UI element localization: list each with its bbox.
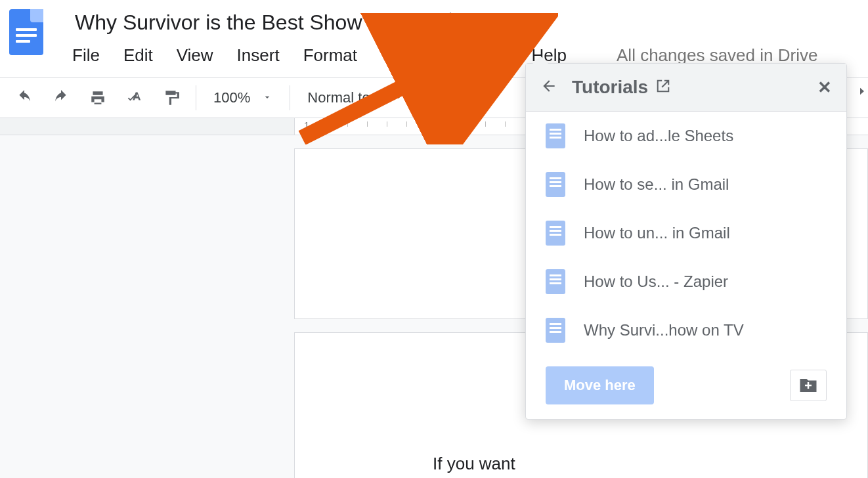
- list-item-label: How to Us... - Zapier: [584, 272, 728, 291]
- close-icon[interactable]: ✕: [817, 77, 832, 98]
- list-item[interactable]: How to Us... - Zapier: [526, 257, 846, 306]
- svg-rect-1: [430, 128, 441, 131]
- scroll-right-icon[interactable]: [856, 85, 868, 104]
- doc-icon: [546, 318, 565, 343]
- menu-addons[interactable]: Add-ons: [445, 45, 508, 66]
- docs-logo-icon[interactable]: [9, 9, 43, 55]
- chevron-down-icon: [393, 89, 404, 106]
- move-to-popup: Tutorials ✕ How to ad...le Sheets How to…: [525, 63, 847, 420]
- doc-icon: [546, 269, 565, 294]
- back-icon[interactable]: [540, 77, 557, 97]
- indent-marker-icon[interactable]: [429, 120, 442, 135]
- menu-tools[interactable]: Tools: [381, 45, 421, 66]
- spellcheck-icon[interactable]: [123, 87, 146, 109]
- body-text[interactable]: If you want: [433, 451, 828, 477]
- font-select[interactable]: Arial: [435, 89, 471, 106]
- move-folder-icon[interactable]: [475, 11, 497, 35]
- doc-icon: [546, 172, 565, 197]
- zoom-value: 100%: [213, 89, 250, 106]
- star-icon[interactable]: [441, 12, 460, 34]
- undo-icon[interactable]: [13, 87, 35, 109]
- list-item-label: How to ad...le Sheets: [584, 127, 733, 145]
- doc-icon: [546, 221, 565, 246]
- menu-format[interactable]: Format: [303, 45, 357, 66]
- paragraph-style-select[interactable]: Normal text: [303, 89, 407, 106]
- move-popup-folder-name: Tutorials: [572, 77, 648, 98]
- menu-edit[interactable]: Edit: [123, 45, 153, 66]
- move-here-button[interactable]: Move here: [546, 366, 654, 404]
- font-value: Arial: [439, 89, 467, 106]
- list-item[interactable]: How to un... in Gmail: [526, 209, 846, 257]
- chevron-down-icon: [262, 89, 272, 106]
- print-icon[interactable]: [87, 87, 109, 109]
- list-item-label: How to un... in Gmail: [584, 224, 730, 242]
- ruler-mark-1: 1: [304, 120, 309, 131]
- document-title[interactable]: Why Survivor is the Best Show on TV: [72, 9, 426, 36]
- list-item-label: How to se... in Gmail: [584, 175, 729, 194]
- menu-view[interactable]: View: [177, 45, 213, 66]
- list-item[interactable]: Why Survi...how on TV: [526, 306, 846, 355]
- open-in-new-icon[interactable]: [656, 77, 670, 98]
- svg-marker-0: [443, 13, 459, 29]
- menu-file[interactable]: File: [72, 45, 100, 66]
- move-popup-header: Tutorials ✕: [526, 64, 846, 112]
- new-folder-button[interactable]: [790, 370, 827, 401]
- redo-icon[interactable]: [50, 87, 72, 109]
- list-item-label: Why Survi...how on TV: [584, 321, 744, 339]
- paragraph-style-value: Normal text: [307, 89, 381, 106]
- paint-format-icon[interactable]: [160, 87, 183, 109]
- move-popup-footer: Move here: [526, 355, 846, 419]
- move-popup-list: How to ad...le Sheets How to se... in Gm…: [526, 112, 846, 355]
- menu-insert[interactable]: Insert: [237, 45, 280, 66]
- doc-icon: [546, 123, 565, 148]
- list-item[interactable]: How to ad...le Sheets: [526, 112, 846, 160]
- list-item[interactable]: How to se... in Gmail: [526, 160, 846, 209]
- zoom-select[interactable]: 100%: [209, 89, 276, 106]
